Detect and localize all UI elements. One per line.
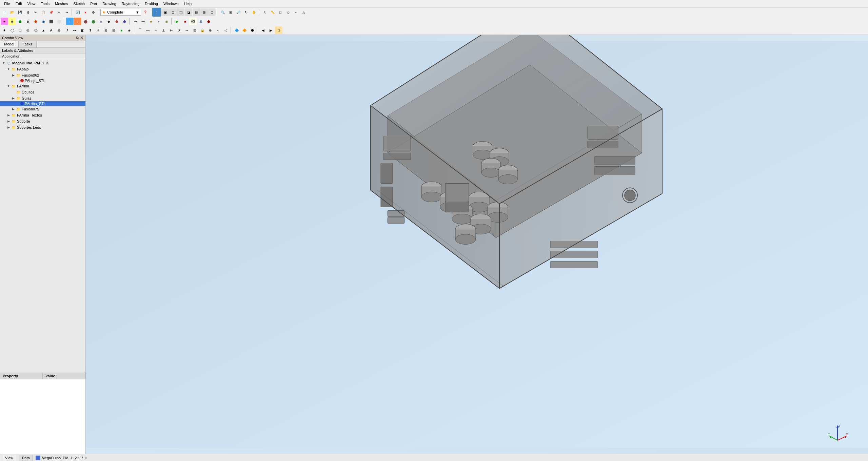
tb-r2-19[interactable]: ★ — [147, 18, 155, 25]
tb-r3-12[interactable]: ⬆ — [86, 26, 94, 34]
tb-r2-18[interactable]: ⊶ — [139, 18, 147, 25]
tb-zoom-fit[interactable]: ⊞ — [227, 8, 234, 16]
tb-measure[interactable]: 📏 — [269, 8, 276, 16]
tb-r2-3[interactable]: ⬟ — [16, 18, 24, 25]
tb-view-top[interactable]: ⊡ — [169, 8, 177, 16]
tree-item-soportes-leds[interactable]: ▶ 📁 Soportes Leds — [0, 124, 85, 130]
menu-file[interactable]: File — [1, 1, 13, 6]
tb-rotate[interactable]: ↻ — [242, 8, 250, 16]
tree-item-megaduino[interactable]: ▼ ⬡ MegaDuino_PM_1_2 — [0, 60, 85, 66]
tb-r3-16[interactable]: ■ — [118, 26, 125, 34]
tree-arrow-pabajo[interactable]: ▼ — [6, 67, 11, 71]
menu-help[interactable]: Help — [181, 1, 195, 6]
tb-r2-7[interactable]: ⬛ — [47, 18, 55, 25]
tb-r3-31[interactable]: 🔶 — [241, 26, 248, 34]
tb-print[interactable]: 🖨 — [24, 8, 32, 16]
tb-r3-5[interactable]: ⬡ — [32, 26, 39, 34]
tb-copy[interactable]: 📋 — [40, 8, 47, 16]
tb-snap-2[interactable]: — — [144, 26, 152, 34]
tb-r2-8[interactable]: ⬜ — [55, 18, 63, 25]
tb-undo[interactable]: ↩ — [55, 8, 63, 16]
combo-float-btn[interactable]: ⧉ — [76, 36, 79, 40]
tb-snap-6[interactable]: ⊼ — [175, 26, 183, 34]
tb-r2-16[interactable]: ⬟ — [121, 18, 128, 25]
tb-r3-30[interactable]: 🔷 — [233, 26, 240, 34]
tb-r2-15[interactable]: ⬟ — [113, 18, 120, 25]
tb-more1[interactable]: □ — [277, 8, 284, 16]
workbench-dropdown[interactable]: ★ Complete ▼ — [100, 9, 141, 16]
tb-snap-5[interactable]: ⊢ — [167, 26, 175, 34]
tree-item-guias[interactable]: ▶ 📁 Guias — [0, 95, 85, 101]
tree-item-fusion062[interactable]: ▶ 📁 Fusion062 — [0, 72, 85, 78]
statusbar-tab-view[interactable]: View — [2, 455, 16, 461]
tb-r3-2[interactable]: ◯ — [8, 26, 16, 34]
tb-snap-9[interactable]: 🔒 — [199, 26, 206, 34]
tb-r2-5[interactable]: ⬢ — [32, 18, 39, 25]
tb-r3-3[interactable]: ☐ — [16, 26, 24, 34]
viewport[interactable]: Z X Y — [86, 35, 868, 454]
tb-r3-11[interactable]: ◧ — [79, 26, 86, 34]
tree-item-fusion075[interactable]: ▶ 📁 Fusion075 — [0, 106, 85, 112]
tb-view-front[interactable]: ▣ — [161, 8, 169, 16]
tb-r3-4[interactable]: ◎ — [24, 26, 32, 34]
tb-view-bottom[interactable]: ⊟ — [193, 8, 200, 16]
tb-r3-35[interactable]: □ — [275, 26, 282, 34]
menu-tools[interactable]: Tools — [38, 1, 52, 6]
tb-r2-22[interactable]: ▶ — [174, 18, 181, 25]
tb-r3-32[interactable]: ⬢ — [249, 26, 256, 34]
tb-pan[interactable]: ✋ — [250, 8, 258, 16]
tree-arrow-soportes-leds[interactable]: ▶ — [6, 126, 11, 129]
tb-r2-25[interactable]: ⊞ — [197, 18, 204, 25]
tb-save[interactable]: 💾 — [16, 8, 24, 16]
menu-view[interactable]: View — [25, 1, 38, 6]
tb-snap-3[interactable]: ⊣ — [152, 26, 159, 34]
tb-view-iso[interactable]: ⬡ — [208, 8, 216, 16]
tree-item-pabajo-stl[interactable]: PAbajo_STL — [0, 78, 85, 83]
tree-arrow-soporte[interactable]: ▶ — [6, 120, 11, 123]
tb-new[interactable]: 📄 — [1, 8, 8, 16]
tb-snap-11[interactable]: ○ — [214, 26, 222, 34]
tb-snap-4[interactable]: ⊥ — [160, 26, 167, 34]
tb-r3-17[interactable]: ◈ — [125, 26, 133, 34]
tb-r3-13[interactable]: ⬇ — [94, 26, 102, 34]
tb-r2-12[interactable]: ⬤ — [90, 18, 97, 25]
tb-select[interactable]: ↖ — [261, 8, 269, 16]
tb-stop[interactable]: ● — [82, 8, 89, 16]
tb-r2-24[interactable]: A3 — [189, 18, 197, 25]
tb-more3[interactable]: ○ — [292, 8, 300, 16]
statusbar-tab-data[interactable]: Data — [19, 455, 33, 461]
tb-macro[interactable]: ⚙ — [90, 8, 97, 16]
tb-snap-8[interactable]: ⊡ — [191, 26, 198, 34]
tb-snap-10[interactable]: ⊕ — [206, 26, 214, 34]
menu-drafting[interactable]: Drafting — [142, 1, 161, 6]
tb-r3-10[interactable]: ⊶ — [71, 26, 78, 34]
tb-r3-1[interactable]: ✦ — [1, 26, 8, 34]
tb-r2-1[interactable]: ✦ — [1, 18, 8, 25]
tb-redo[interactable]: ↪ — [63, 8, 71, 16]
tb-r2-23[interactable]: ■ — [181, 18, 189, 25]
tb-r2-17[interactable]: ⊸ — [132, 18, 139, 25]
menu-drawing[interactable]: Drawing — [100, 1, 119, 6]
tb-view-home[interactable]: ⌂ — [152, 8, 161, 17]
tb-zoom-out[interactable]: 🔎 — [235, 8, 242, 16]
tree-item-pabajo[interactable]: ▼ 📁 PAbajo — [0, 66, 85, 72]
tb-zoom-in[interactable]: 🔍 — [219, 8, 226, 16]
tb-r2-10[interactable]: ↓ — [74, 18, 81, 25]
tab-model[interactable]: Model — [0, 41, 19, 47]
menu-raytracing[interactable]: Raytracing — [119, 1, 142, 6]
tree-arrow-parriba-textos[interactable]: ▶ — [6, 113, 11, 117]
tb-r2-20[interactable]: ● — [155, 18, 162, 25]
tb-refresh[interactable]: 🔄 — [74, 8, 81, 16]
tree-arrow-guias[interactable]: ▶ — [11, 97, 16, 100]
menu-meshes[interactable]: Meshes — [52, 1, 71, 6]
tb-r3-33[interactable]: ◀ — [259, 26, 267, 34]
tree-item-parriba[interactable]: ▼ 📁 PArriba — [0, 83, 85, 89]
tb-r2-2[interactable]: ◈ — [8, 18, 16, 25]
tb-r3-8[interactable]: ⊕ — [55, 26, 63, 34]
tree-item-parriba-stl[interactable]: PArriba_STL — [0, 101, 85, 106]
tree-arrow-fusion062[interactable]: ▶ — [11, 74, 16, 77]
tb-r3-15[interactable]: ⊟ — [110, 26, 117, 34]
tb-r3-14[interactable]: ⊞ — [102, 26, 110, 34]
tb-r2-13[interactable]: ◈ — [97, 18, 105, 25]
menu-sketch[interactable]: Sketch — [71, 1, 88, 6]
